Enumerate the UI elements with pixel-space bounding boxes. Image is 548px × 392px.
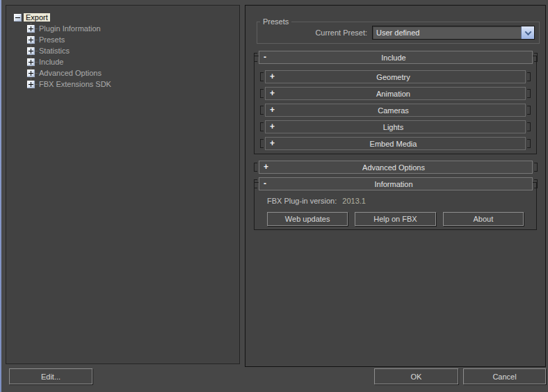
tree-item-presets[interactable]: Presets [6,34,239,45]
rollout-bracket-left [260,106,264,115]
advanced-options-rollout-header[interactable]: + Advanced Options [259,161,533,174]
cancel-button[interactable]: Cancel [463,368,546,384]
rollout-bracket-right [534,163,538,172]
embed-media-rollout-header[interactable]: + Embed Media [265,137,526,150]
web-updates-button[interactable]: Web updates [267,212,348,226]
help-on-fbx-button[interactable]: Help on FBX [355,212,435,226]
current-preset-dropdown[interactable]: User defined [372,26,535,40]
rollout-title: Lights [275,123,511,131]
tree-item-label[interactable]: Include [39,58,63,66]
geometry-rollout-header[interactable]: + Geometry [265,70,526,83]
tree-item-statistics[interactable]: Statistics [6,45,239,56]
rollout-bracket-right [534,179,538,188]
tree-expand-icon[interactable] [26,69,35,78]
rollout-title: Embed Media [275,140,511,148]
tree-item-label[interactable]: Presets [39,35,65,44]
rollout-bracket-right [527,139,531,148]
rollout-bracket-left [260,122,264,131]
expand-icon[interactable]: + [266,138,275,149]
tree-connector-stub [35,28,38,29]
rollout-bracket-left [260,139,264,148]
rollout-title: Information [269,180,518,188]
advanced-options-rollout-row: + Advanced Options [254,161,538,174]
tree-connector-stub [35,84,38,85]
tree-item-label[interactable]: FBX Extensions SDK [39,80,111,88]
fbx-version-label: FBX Plug-in version: [267,197,337,205]
tree-item-plugin-information[interactable]: Plugin Information [6,23,239,34]
export-tree-panel: Export Plugin Information Presets Statis… [6,5,240,364]
fbx-version-row: FBX Plug-in version: 2013.1 [260,197,531,206]
collapse-icon[interactable]: - [259,51,269,63]
rollout-title: Include [269,54,518,62]
ok-button[interactable]: OK [374,368,458,384]
animation-rollout-row: + Animation [260,87,531,100]
export-options-panel: Presets Current Preset: User defined - I… [245,5,546,367]
tree-expand-icon[interactable] [26,58,35,67]
expand-icon[interactable]: + [266,71,275,83]
rollout-bracket-right [527,72,531,81]
rollout-title: Advanced Options [269,163,518,172]
tree-item-advanced-options[interactable]: Advanced Options [6,67,239,79]
rollout-bracket-right [527,106,531,115]
rollout-bracket-left [254,53,257,62]
include-rollout-header-row: - Include [254,51,538,64]
tree-expand-icon[interactable] [26,35,35,44]
rollout-bracket-left [260,89,264,98]
embed-media-rollout-row: + Embed Media [260,137,531,150]
dropdown-arrow-button[interactable] [521,26,534,39]
tree-connector-stub [35,62,38,63]
tree-connector-stub [35,40,38,40]
rollout-title: Cameras [275,106,511,115]
geometry-rollout-row: + Geometry [260,70,531,83]
tree-item-label[interactable]: Statistics [39,47,70,55]
tree-item-fbx-extensions-sdk[interactable]: FBX Extensions SDK [6,79,239,90]
edit-button[interactable]: Edit... [9,368,92,384]
information-rollout-header-row: - Information [254,177,538,190]
cameras-rollout-header[interactable]: + Cameras [265,104,526,117]
fbx-version-value: 2013.1 [342,197,366,205]
presets-groupbox-label: Presets [260,17,291,26]
rollout-title: Animation [275,90,511,98]
tree-expand-icon[interactable] [26,24,35,33]
expand-icon[interactable]: + [266,104,275,116]
animation-rollout-header[interactable]: + Animation [265,87,526,100]
rollout-bracket-right [534,53,538,62]
information-rollout-header[interactable]: - Information [259,177,533,190]
lights-rollout-row: + Lights [260,120,531,133]
tree-expand-icon[interactable] [26,80,35,89]
tree-item-export[interactable]: Export [6,12,239,23]
rollout-bracket-right [527,122,531,131]
rollout-bracket-left [254,163,257,172]
window-edge-accent [0,0,1,392]
tree-item-label[interactable]: Advanced Options [39,69,102,77]
rollout-bracket-left [254,179,257,188]
current-preset-value[interactable]: User defined [373,26,521,39]
collapse-icon[interactable]: - [259,178,269,190]
tree-connector-stub [35,73,38,74]
tree-item-include[interactable]: Include [6,56,239,67]
expand-icon[interactable]: + [266,88,275,99]
tree-item-label[interactable]: Plugin Information [39,24,101,33]
tree-connector-stub [35,51,38,51]
rollout-title: Geometry [275,73,511,81]
include-rollout-header[interactable]: - Include [259,51,533,64]
expand-icon[interactable]: + [259,161,269,173]
current-preset-label: Current Preset: [315,28,367,37]
tree-item-label[interactable]: Export [24,13,50,22]
chevron-down-icon [524,28,531,35]
tree-collapse-icon[interactable] [13,13,22,22]
cameras-rollout-row: + Cameras [260,104,531,117]
rollout-bracket-left [260,72,264,81]
presets-groupbox: Presets Current Preset: User defined [257,22,540,44]
lights-rollout-header[interactable]: + Lights [265,120,526,133]
include-rollout-body: + Geometry + Animation + Cameras [254,56,537,154]
tree-expand-icon[interactable] [26,47,35,56]
rollout-bracket-right [527,89,531,98]
expand-icon[interactable]: + [266,121,275,133]
about-button[interactable]: About [443,212,524,226]
